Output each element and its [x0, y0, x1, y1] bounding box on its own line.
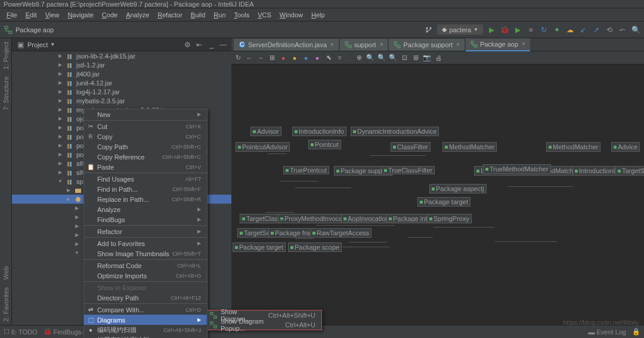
- menu-item[interactable]: Analyze▶: [84, 204, 207, 214]
- tree-row[interactable]: ▶junit-4.12.jar: [12, 78, 231, 87]
- i-icon2[interactable]: ●: [290, 54, 299, 62]
- run-icon[interactable]: ▶: [487, 25, 496, 35]
- menu-item[interactable]: New▶: [84, 109, 207, 119]
- tree-row[interactable]: ▶jstl-1.2.jar: [12, 60, 231, 69]
- left-tab-project[interactable]: 1: Project: [2, 38, 10, 73]
- chevron-down-icon[interactable]: ▼: [50, 42, 55, 47]
- tree-row[interactable]: ▶log4j-1.2.17.jar: [12, 87, 231, 96]
- tree-arrow-icon[interactable]: ▼: [57, 179, 63, 184]
- diagram-node[interactable]: Package target: [417, 197, 470, 207]
- status-item[interactable]: ☐ 6: TODO: [4, 328, 38, 336]
- tree-arrow-icon[interactable]: ▶: [57, 152, 63, 157]
- cloud-icon[interactable]: ☁: [565, 25, 575, 35]
- tree-arrow-icon[interactable]: ▶: [57, 53, 63, 59]
- diagram-node[interactable]: Package scope: [288, 242, 342, 252]
- menu-vcs[interactable]: VCS: [253, 11, 275, 19]
- left-tab-web[interactable]: Web: [2, 263, 10, 283]
- menu-tools[interactable]: Tools: [230, 11, 254, 19]
- layout-icon2[interactable]: ⊞: [411, 54, 420, 62]
- menu-code[interactable]: Code: [98, 11, 122, 19]
- diagram-node[interactable]: Advice: [611, 142, 640, 152]
- revert-icon[interactable]: ⤺: [618, 25, 627, 35]
- update-icon[interactable]: ↻: [539, 25, 549, 35]
- run-coverage-icon[interactable]: ▶: [513, 25, 522, 35]
- menu-item[interactable]: Find UsagesAlt+F7: [84, 174, 207, 184]
- diagrams-submenu[interactable]: Show Diagram...Ctrl+Alt+Shift+UShow Diag…: [208, 310, 322, 330]
- fit-icon[interactable]: ⊡: [400, 54, 408, 62]
- refresh-icon[interactable]: ↻: [234, 54, 242, 62]
- diagram-node[interactable]: MethodMatcher: [546, 142, 600, 152]
- diagram-node[interactable]: DynamicIntroductionAdvice: [351, 127, 439, 136]
- menu-item[interactable]: Find in Path...Ctrl+Shift+F: [84, 184, 207, 194]
- tree-arrow-icon[interactable]: ▶: [57, 80, 63, 85]
- menu-view[interactable]: View: [41, 11, 64, 19]
- zoom-actual-icon[interactable]: 🔍: [389, 54, 397, 62]
- tree-row[interactable]: ▶json-lib-2.4-jdk15.jar: [12, 51, 231, 60]
- left-tab-structure[interactable]: 7: Structure: [2, 73, 10, 114]
- menu-build[interactable]: Build: [187, 11, 209, 19]
- diagram-node[interactable]: TrueMethodMatcher: [483, 164, 551, 174]
- tree-row[interactable]: ▶jt400.jar: [12, 69, 231, 78]
- diagram-node[interactable]: PointcutAdvisor: [236, 142, 290, 152]
- diagram-node[interactable]: TargetSource: [615, 166, 644, 176]
- menu-analyze[interactable]: Analyze: [122, 11, 153, 19]
- menu-help[interactable]: Help: [307, 11, 329, 19]
- i-icon[interactable]: ●: [279, 54, 287, 62]
- hide-icon[interactable]: —: [218, 40, 228, 50]
- tree-arrow-icon[interactable]: ▶: [57, 125, 63, 130]
- close-icon[interactable]: ×: [522, 41, 525, 47]
- tree-arrow-icon[interactable]: ▶: [57, 62, 63, 67]
- lock-icon[interactable]: 🔒: [632, 328, 640, 336]
- diagram-node[interactable]: TruePointcut: [283, 166, 329, 174]
- diagram-node[interactable]: Advisor: [250, 127, 281, 136]
- menu-item[interactable]: ⎘CopyCtrl+C: [84, 131, 207, 142]
- menu-item[interactable]: Optimize ImportsCtrl+Alt+O: [84, 271, 207, 281]
- tree-arrow-icon[interactable]: ▶: [66, 188, 72, 193]
- tree-arrow-icon[interactable]: ▶: [57, 134, 63, 139]
- left-tab-favorites[interactable]: 2: Favorites: [2, 284, 10, 325]
- git-branch-selector[interactable]: ◆ pactera ▼: [437, 24, 483, 35]
- menu-item[interactable]: 📋PasteCtrl+V: [84, 162, 207, 172]
- menu-item[interactable]: Replace in Path...Ctrl+Shift+R: [84, 194, 207, 204]
- menu-navigate[interactable]: Navigate: [63, 11, 97, 19]
- context-menu[interactable]: New▶✂CutCtrl+X⎘CopyCtrl+CCopy PathCtrl+S…: [83, 109, 208, 338]
- tree-arrow-icon[interactable]: ▶: [57, 161, 63, 166]
- share-icon[interactable]: ✦: [552, 25, 562, 35]
- pointer-icon[interactable]: ⬉: [324, 54, 333, 62]
- diagram-canvas[interactable]: AdvisorIntroductionInfoDynamicIntroducti…: [231, 64, 644, 325]
- menu-window[interactable]: Window: [275, 11, 307, 19]
- menu-item[interactable]: ⬚Diagrams▶: [84, 315, 207, 325]
- layout-icon[interactable]: ⊞: [268, 54, 276, 62]
- event-log-button[interactable]: ▬ Event Log: [588, 328, 626, 336]
- editor-tab[interactable]: Package support×: [389, 39, 464, 51]
- m-icon[interactable]: ●: [313, 54, 321, 62]
- zoom-out-icon[interactable]: 🔍: [377, 54, 386, 62]
- menu-file[interactable]: File: [2, 11, 21, 19]
- i-icon3[interactable]: ●: [302, 54, 310, 62]
- search-icon[interactable]: 🔍: [631, 25, 640, 35]
- close-icon[interactable]: ×: [380, 41, 383, 48]
- menu-item[interactable]: FindBugs▶: [84, 214, 207, 225]
- menu-refactor[interactable]: Refactor: [153, 11, 187, 19]
- menu-item[interactable]: Copy ReferenceCtrl+Alt+Shift+C: [84, 152, 207, 162]
- diagram-node[interactable]: ClassFilter: [391, 142, 431, 152]
- menu-edit[interactable]: Edit: [21, 11, 41, 19]
- tree-arrow-icon[interactable]: ▶: [57, 89, 63, 94]
- diagram-node[interactable]: Package target: [233, 242, 286, 252]
- menu-run[interactable]: Run: [209, 11, 230, 19]
- close-icon[interactable]: ×: [330, 41, 334, 48]
- collapse-icon[interactable]: ⇤: [194, 40, 204, 50]
- git-pull-icon[interactable]: ↙: [578, 25, 588, 35]
- close-icon[interactable]: ×: [456, 41, 460, 48]
- print-icon[interactable]: 🖨: [434, 54, 442, 62]
- menu-item[interactable]: ✂CutCtrl+X: [84, 121, 207, 131]
- tree-arrow-icon[interactable]: ▶: [57, 107, 63, 112]
- editor-tab[interactable]: Package aop×: [466, 38, 530, 51]
- git-push-icon[interactable]: ↗: [592, 25, 601, 35]
- submenu-item[interactable]: Show Diagram Popup...Ctrl+Alt+U: [208, 320, 321, 330]
- zoom-target-icon[interactable]: ⊕: [355, 54, 363, 62]
- diagram-node[interactable]: RawTargetAccess: [310, 228, 371, 238]
- filter-icon[interactable]: ▿: [336, 54, 344, 62]
- menu-item[interactable]: Refactor▶: [84, 226, 207, 236]
- diagram-node[interactable]: IntroductionInfo: [292, 127, 346, 136]
